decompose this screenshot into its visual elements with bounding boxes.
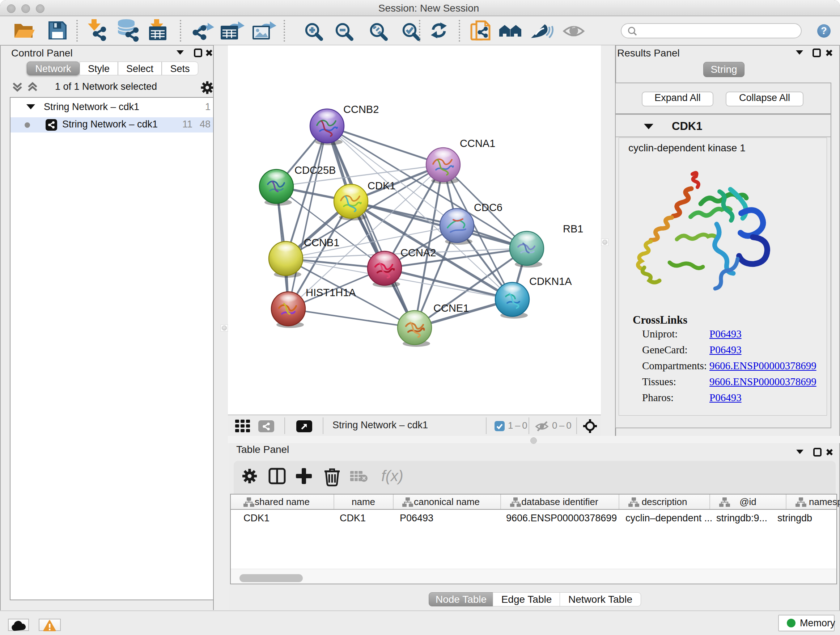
svg-text:CDC6: CDC6 [474,202,502,213]
svg-text:CCNA1: CCNA1 [460,138,495,149]
svg-text:f(x): f(x) [381,467,403,485]
svg-text:CDC25B: CDC25B [294,165,336,176]
svg-text:HIST1H1A: HIST1H1A [306,287,356,298]
svg-text:CDKN1A: CDKN1A [529,276,572,287]
svg-text:CCNB2: CCNB2 [343,103,379,115]
svg-text:CCNA2: CCNA2 [401,247,436,258]
svg-text:RB1: RB1 [563,223,583,234]
svg-text:CCNB1: CCNB1 [304,237,339,249]
svg-text:CCNE1: CCNE1 [433,302,469,314]
svg-text:CDK1: CDK1 [368,180,395,192]
